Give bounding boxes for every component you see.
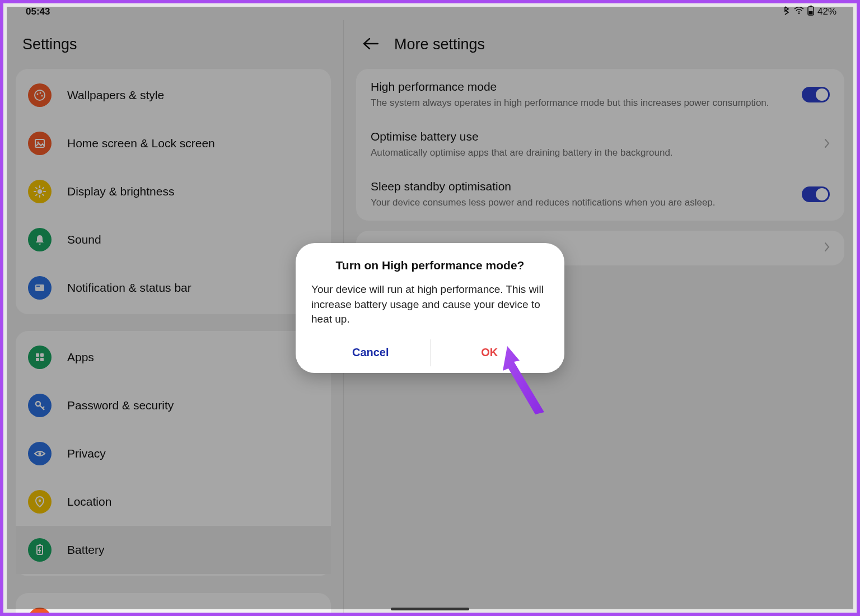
bar-icon bbox=[28, 276, 52, 300]
sidebar-item-label: Display & brightness bbox=[67, 185, 174, 198]
dialog-body: Your device will run at high performance… bbox=[311, 282, 549, 327]
setting-row[interactable]: Optimise battery useAutomatically optimi… bbox=[356, 120, 844, 170]
palette-icon bbox=[28, 83, 52, 107]
setting-desc: Automatically optimise apps that are dra… bbox=[371, 147, 815, 160]
svg-rect-2 bbox=[810, 6, 812, 7]
battery-icon bbox=[28, 538, 52, 562]
sidebar-item-battery[interactable]: Battery bbox=[16, 526, 331, 574]
setting-title: Optimise battery use bbox=[371, 130, 815, 143]
svg-rect-19 bbox=[35, 284, 44, 291]
sidebar-item-label: Password & security bbox=[67, 399, 174, 412]
sidebar-item-label: Privacy bbox=[67, 447, 106, 460]
sun-icon bbox=[28, 180, 52, 203]
chevron-right-icon bbox=[824, 138, 830, 151]
toggle-switch[interactable] bbox=[802, 186, 830, 202]
svg-point-4 bbox=[35, 90, 45, 100]
setting-row[interactable]: High performance modeThe system always o… bbox=[356, 70, 844, 120]
sidebar-item-sun[interactable]: Display & brightness bbox=[16, 167, 331, 216]
svg-line-17 bbox=[43, 188, 44, 189]
nav-pill[interactable] bbox=[391, 608, 469, 610]
sidebar-item-label: Wallpapers & style bbox=[67, 88, 164, 102]
sidebar-item-label: Notification & status bar bbox=[67, 281, 191, 295]
settings-sidebar: Settings Wallpapers & styleHome screen &… bbox=[3, 20, 344, 613]
sidebar-item-label: Apps bbox=[67, 351, 94, 364]
sidebar-item-label: Location bbox=[67, 495, 111, 508]
svg-rect-24 bbox=[40, 358, 44, 361]
sidebar-group: AppsPassword & securityPrivacyLocationBa… bbox=[16, 331, 331, 576]
svg-point-10 bbox=[38, 189, 42, 194]
svg-point-26 bbox=[39, 452, 41, 455]
sidebar-item-label: Home screen & Lock screen bbox=[67, 137, 215, 150]
pin-icon bbox=[28, 490, 52, 514]
sidebar-item-label: Battery bbox=[67, 543, 105, 557]
svg-point-25 bbox=[36, 402, 40, 406]
wifi-icon bbox=[794, 6, 804, 17]
cancel-button[interactable]: Cancel bbox=[311, 339, 430, 366]
back-icon[interactable] bbox=[363, 38, 378, 52]
battery-icon bbox=[807, 6, 814, 18]
svg-line-18 bbox=[36, 194, 37, 195]
svg-line-15 bbox=[36, 188, 37, 189]
key-icon bbox=[28, 394, 52, 417]
sidebar-item-image[interactable]: Home screen & Lock screen bbox=[16, 119, 331, 167]
chevron-right-icon bbox=[824, 242, 830, 254]
settings-title: Settings bbox=[16, 20, 331, 69]
svg-point-5 bbox=[37, 94, 39, 95]
bluetooth-icon bbox=[783, 6, 791, 18]
setting-title: High performance mode bbox=[371, 80, 793, 94]
svg-rect-20 bbox=[36, 286, 40, 287]
sidebar-item-bell[interactable]: Sound bbox=[16, 216, 331, 264]
sidebar-item-bar[interactable]: Notification & status bar bbox=[16, 264, 331, 312]
svg-rect-23 bbox=[36, 358, 39, 361]
svg-point-7 bbox=[41, 95, 43, 97]
image-icon bbox=[28, 132, 52, 155]
status-bar: 05:43 42% bbox=[3, 3, 857, 20]
sidebar-group: Special features bbox=[16, 593, 331, 613]
setting-desc: Your device consumes less power and redu… bbox=[371, 197, 793, 209]
star-icon bbox=[28, 608, 52, 613]
confirm-dialog: Turn on High performance mode? Your devi… bbox=[296, 243, 564, 373]
toggle-switch[interactable] bbox=[802, 87, 830, 102]
svg-rect-29 bbox=[39, 544, 41, 545]
grid-icon bbox=[28, 346, 52, 369]
setting-row[interactable]: Sleep standby optimisationYour device co… bbox=[356, 170, 844, 220]
battery-percent: 42% bbox=[817, 6, 836, 17]
setting-desc: The system always operates in high perfo… bbox=[371, 97, 793, 110]
sidebar-item-star[interactable]: Special features bbox=[16, 595, 331, 613]
svg-rect-3 bbox=[808, 11, 812, 15]
svg-rect-22 bbox=[40, 353, 44, 357]
sidebar-item-label: Sound bbox=[67, 233, 101, 246]
detail-card: High performance modeThe system always o… bbox=[356, 69, 844, 221]
setting-title: Sleep standby optimisation bbox=[371, 180, 793, 193]
svg-rect-21 bbox=[36, 353, 39, 357]
eye-icon bbox=[28, 442, 52, 465]
bell-icon bbox=[28, 228, 52, 251]
svg-point-0 bbox=[798, 13, 800, 15]
sidebar-item-palette[interactable]: Wallpapers & style bbox=[16, 71, 331, 119]
status-right: 42% bbox=[783, 6, 836, 18]
status-time: 05:43 bbox=[26, 6, 50, 17]
sidebar-item-eye[interactable]: Privacy bbox=[16, 430, 331, 478]
sidebar-item-key[interactable]: Password & security bbox=[16, 381, 331, 430]
detail-header: More settings bbox=[356, 20, 844, 69]
sidebar-group: Wallpapers & styleHome screen & Lock scr… bbox=[16, 69, 331, 314]
sidebar-item-grid[interactable]: Apps bbox=[16, 333, 331, 381]
svg-point-27 bbox=[39, 500, 41, 502]
dialog-title: Turn on High performance mode? bbox=[311, 259, 549, 272]
detail-title: More settings bbox=[394, 36, 485, 53]
sidebar-item-pin[interactable]: Location bbox=[16, 478, 331, 526]
svg-point-6 bbox=[40, 92, 41, 94]
svg-line-16 bbox=[43, 194, 44, 195]
ok-button[interactable]: OK bbox=[430, 339, 549, 366]
